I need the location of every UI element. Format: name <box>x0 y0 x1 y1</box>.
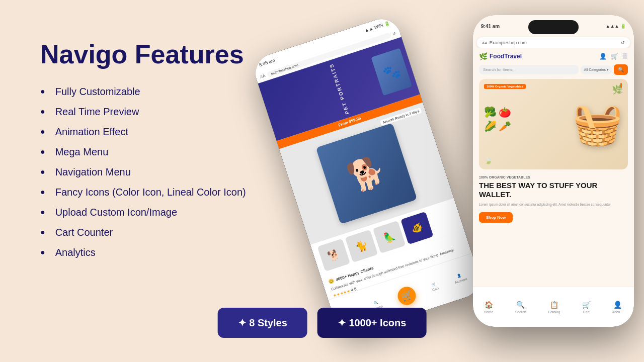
feature-label: Real Time Preview <box>55 105 139 118</box>
cart-nav-icon: 🛒 <box>582 301 591 309</box>
phone-back-screen: 8:45 am ▲▲ WiFi 🔋 AA exampleshop.com ↺ P… <box>251 14 485 338</box>
user-icon[interactable]: 👤 <box>599 53 607 60</box>
search-icon: 🔍 <box>373 301 379 306</box>
icons-button[interactable]: ✦ 1000+ Icons <box>317 308 427 338</box>
page-title: Navigo Features <box>40 40 282 69</box>
feature-label: Fancy Icons (Color Icon, Lineal Color Ic… <box>55 186 246 199</box>
front-browser-bar: AA Exampleshop.com ↺ <box>477 37 630 48</box>
nav-cart[interactable]: 🛒 Cart <box>430 282 439 292</box>
browser-controls: AA <box>260 73 266 79</box>
feature-label: Cart Counter <box>55 226 113 239</box>
scroll-dot <box>620 89 622 90</box>
reload-icon: ↺ <box>621 40 625 45</box>
features-list: Fully Customizable Real Time Preview Ani… <box>40 85 282 259</box>
shop-now-button[interactable]: Shop Now <box>479 212 513 223</box>
time-display: 8:45 am <box>259 58 276 68</box>
shop-header: 🌿 FoodTravel 👤 🛒 ☰ <box>473 48 634 64</box>
list-item: Analytics <box>40 246 282 259</box>
phone-front: 9:41 am ▲▲▲ 🔋 AA Exampleshop.com ↺ 🌿 Foo… <box>473 15 634 327</box>
nav-cart-center[interactable]: 🛒 <box>395 284 418 307</box>
header-actions: 👤 🛒 ☰ <box>599 53 628 60</box>
left-panel: Navigo Features Fully Customizable Real … <box>40 40 282 266</box>
refresh-icon: ↺ <box>392 31 396 37</box>
front-time: 9:41 am <box>481 24 500 29</box>
front-url: Exampleshop.com <box>490 40 619 45</box>
phone-front-screen: 9:41 am ▲▲▲ 🔋 AA Exampleshop.com ↺ 🌿 Foo… <box>473 15 634 327</box>
home-icon: 🏠 <box>485 301 493 309</box>
thumb-2: 🐈 <box>345 230 378 263</box>
browser-aa: AA <box>482 41 488 45</box>
menu-icon[interactable]: ☰ <box>622 53 628 60</box>
feature-label: Fully Customizable <box>55 85 140 98</box>
account-icon: 👤 <box>456 274 462 279</box>
search-bar: Search for items... All Categories ▾ 🔍 <box>473 64 634 75</box>
feature-label: Animation Effect <box>55 125 128 138</box>
catalog-icon: 📋 <box>550 301 558 309</box>
scroll-indicator <box>620 83 622 93</box>
headline: THE BEST WAY TO STUFF YOUR WALLET. <box>479 181 628 199</box>
thumb-1: 🐕 <box>317 239 351 272</box>
scroll-dot-2 <box>620 92 622 93</box>
leaf-decoration-2: 🍃 <box>484 156 493 164</box>
organic-tagline: 100% Organic Vegetables <box>479 175 628 179</box>
hero-image: 100% Organic Vegetables 🌿 🍃 🧺 🥦 🍅 🌽 🥕 <box>479 79 628 169</box>
list-item: Mega Menu <box>40 145 282 158</box>
nav-account[interactable]: 👤 Account <box>453 272 467 284</box>
front-bottom-nav: 🏠 Home 🔍 Search 📋 Catalog 🛒 Cart <box>473 287 634 327</box>
search-placeholder: Search for items... <box>483 67 516 72</box>
cart-icon[interactable]: 🛒 <box>611 53 618 60</box>
portrait-image <box>316 123 418 224</box>
search-input[interactable]: Search for items... <box>479 65 579 74</box>
list-item: Upload Custom Icon/Image <box>40 206 282 219</box>
logo-icon: 🌿 <box>479 52 488 60</box>
feature-label: Navigation Menu <box>55 165 131 178</box>
feature-label: Mega Menu <box>55 145 109 158</box>
list-item: Fully Customizable <box>40 85 282 98</box>
front-nav-home[interactable]: 🏠 Home <box>484 301 494 314</box>
search-icon: 🔍 <box>516 301 525 309</box>
front-nav-catalog[interactable]: 📋 Catalog <box>548 301 560 314</box>
cta-section: 100% Organic Vegetables THE BEST WAY TO … <box>473 169 634 227</box>
dynamic-island <box>528 20 579 34</box>
description: Lorem ipsum dolor sit amet consectetur a… <box>479 202 628 207</box>
banner-text: PET PORTRAITS <box>328 63 350 115</box>
action-buttons: ✦ 8 Styles ✦ 1000+ Icons <box>218 308 427 338</box>
cart-icon: 🛒 <box>400 289 414 303</box>
basket-image: 🧺 <box>573 101 623 148</box>
list-item: Real Time Preview <box>40 105 282 118</box>
shop-name: FoodTravel <box>490 53 522 60</box>
front-signal: ▲▲▲ 🔋 <box>606 24 626 29</box>
list-item: Navigation Menu <box>40 165 282 178</box>
organic-badge: 100% Organic Vegetables <box>484 84 526 89</box>
feature-label: Upload Custom Icon/Image <box>55 206 177 219</box>
front-nav-search[interactable]: 🔍 Search <box>515 301 526 314</box>
list-item: Animation Effect <box>40 125 282 138</box>
scroll-dot-active <box>620 83 622 88</box>
shop-logo: 🌿 FoodTravel <box>479 52 522 60</box>
search-button[interactable]: 🔍 <box>614 64 628 75</box>
styles-button[interactable]: ✦ 8 Styles <box>218 308 307 338</box>
feature-label: Analytics <box>55 246 96 259</box>
thumb-3: 🦜 <box>373 221 406 254</box>
thumb-4: 🐠 <box>400 212 434 245</box>
list-item: Fancy Icons (Color Icon, Lineal Color Ic… <box>40 186 282 199</box>
cart-tab-icon: 🛒 <box>431 282 437 287</box>
front-nav-account[interactable]: 👤 Acco... <box>612 301 623 314</box>
front-nav-cart[interactable]: 🛒 Cart <box>582 301 591 314</box>
account-nav-icon: 👤 <box>613 301 622 309</box>
list-item: Cart Counter <box>40 226 282 239</box>
page: Navigo Features Fully Customizable Real … <box>0 0 644 362</box>
category-select[interactable]: All Categories ▾ <box>581 65 612 74</box>
phone-back: 8:45 am ▲▲ WiFi 🔋 AA exampleshop.com ↺ P… <box>251 14 485 338</box>
